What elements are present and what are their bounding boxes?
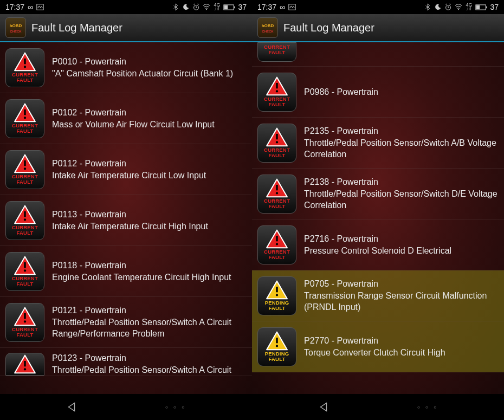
fault-item[interactable]: CURRENTFAULT P0118 - Powertrain Engine C… (0, 246, 252, 297)
recent-apps-button[interactable]: ○ ○ ○ (417, 405, 438, 410)
fault-description: Intake Air Temperature Circuit High Inpu… (52, 221, 247, 232)
fault-description: Pressure Control Solenoid D Electrical (304, 245, 499, 257)
fault-current-icon: CURRENTFAULT (5, 99, 44, 138)
fault-item[interactable]: CURRENTFAULT P0121 - Powertrain Throttle… (0, 297, 252, 348)
svg-point-33 (276, 243, 278, 245)
picture-icon (288, 3, 296, 11)
fault-item[interactable]: CURRENTFAULT P0010 - Powertrain "A" Cams… (0, 42, 252, 93)
alarm-icon (192, 3, 200, 11)
svg-rect-18 (24, 361, 25, 366)
svg-point-15 (24, 269, 26, 272)
svg-rect-26 (276, 83, 277, 88)
fault-icon-label: CURRENTFAULT (12, 276, 38, 287)
svg-rect-4 (224, 5, 228, 9)
bluetooth-icon (424, 3, 431, 11)
fault-list-right[interactable]: CURRENTFAULT CURRENTFAULT P0986 - Powert… (252, 42, 504, 394)
fault-text: P2716 - Powertrain Pressure Control Sole… (304, 233, 499, 256)
fault-icon-label: CURRENTFAULT (12, 174, 38, 185)
fault-description: "A" Camshaft Position Actuator Circuit (… (52, 68, 247, 80)
svg-rect-36 (276, 338, 277, 343)
fault-description: Engine Coolant Temperature Circuit High … (52, 272, 247, 283)
fault-icon-label: CURRENTFAULT (12, 72, 38, 83)
fault-current-icon: CURRENTFAULT (5, 150, 44, 189)
back-button[interactable] (318, 401, 329, 413)
fault-item[interactable]: CURRENTFAULT P2135 - Powertrain Throttle… (252, 118, 504, 169)
fault-list-left[interactable]: CURRENTFAULT P0010 - Powertrain "A" Cams… (0, 42, 252, 394)
svg-rect-8 (24, 109, 25, 115)
nav-bar: ○ ○ ○ (252, 394, 504, 420)
fault-item[interactable]: CURRENTFAULT P0112 - Powertrain Intake A… (0, 144, 252, 195)
fault-description: Throttle/Pedal Position Sensor/Switch D/… (304, 188, 499, 211)
fault-code: P2135 - Powertrain (304, 125, 499, 137)
status-bar: 17:37 ∞ 4G.ııl 37 (252, 0, 504, 14)
fault-icon-label: CURRENTFAULT (264, 44, 290, 56)
fault-current-icon (5, 353, 44, 376)
fault-item[interactable]: PENDINGFAULT P0705 - Powertrain Transmis… (252, 270, 504, 321)
fault-item[interactable]: CURRENTFAULT P0113 - Powertrain Intake A… (0, 195, 252, 246)
fault-item[interactable]: PENDINGFAULT P2770 - Powertrain Torque C… (252, 321, 504, 372)
app-logo-icon: hOBD CHECK (257, 17, 278, 38)
recent-apps-button[interactable]: ○ ○ ○ (165, 405, 186, 410)
battery-icon (475, 3, 487, 11)
bluetooth-icon (172, 3, 179, 11)
alarm-icon (444, 3, 452, 11)
svg-point-7 (24, 66, 26, 68)
fault-current-icon: CURRENTFAULT (257, 225, 296, 264)
fault-icon-label: CURRENTFAULT (12, 225, 38, 236)
fault-text: P2135 - Powertrain Throttle/Pedal Positi… (304, 125, 499, 160)
fault-item[interactable]: P0123 - Powertrain Throttle/Pedal Positi… (0, 348, 252, 376)
fault-current-icon: CURRENTFAULT (257, 124, 296, 163)
fault-code: P0121 - Powertrain (52, 305, 247, 316)
svg-point-9 (24, 117, 26, 119)
moon-icon (434, 3, 442, 11)
svg-point-22 (458, 9, 460, 10)
svg-rect-34 (276, 287, 277, 292)
fault-code: P0010 - Powertrain (52, 56, 247, 68)
moon-icon (182, 3, 190, 11)
svg-point-17 (24, 320, 26, 322)
fault-description: Intake Air Temperature Circuit Low Input (52, 170, 247, 182)
battery-icon (223, 3, 235, 11)
svg-point-35 (276, 294, 278, 296)
wifi-icon (455, 3, 462, 11)
svg-point-13 (24, 218, 26, 221)
status-bar: 17:37 ∞ 4G.ııl 37 (0, 0, 252, 14)
fault-text: P0113 - Powertrain Intake Air Temperatur… (52, 209, 247, 232)
signal-icon: 4G.ııl (213, 3, 221, 11)
fault-current-icon: CURRENTFAULT (5, 252, 44, 291)
svg-point-19 (24, 368, 26, 370)
fault-code: P0112 - Powertrain (52, 158, 247, 170)
left-phone: 17:37 ∞ 4G.ııl 37 (0, 0, 252, 420)
fault-description: Throttle/Pedal Position Sensor/Switch A/… (304, 137, 499, 160)
svg-rect-16 (24, 313, 25, 319)
signal-icon: 4G.ııl (465, 3, 473, 11)
battery-pct: 37 (490, 3, 499, 11)
fault-item[interactable]: CURRENTFAULT P2138 - Powertrain Throttle… (252, 169, 504, 219)
fault-current-icon: CURRENTFAULT (5, 48, 44, 87)
svg-rect-12 (24, 211, 25, 217)
fault-text: P0112 - Powertrain Intake Air Temperatur… (52, 158, 247, 181)
fault-text: P2138 - Powertrain Throttle/Pedal Positi… (304, 176, 499, 211)
fault-item[interactable]: CURRENTFAULT P0102 - Powertrain Mass or … (0, 93, 252, 144)
svg-rect-28 (276, 134, 277, 139)
nav-bar: ○ ○ ○ (0, 394, 252, 420)
fault-icon-label: CURRENTFAULT (264, 147, 290, 159)
fault-item[interactable]: CURRENTFAULT P0986 - Powertrain (252, 67, 504, 118)
status-infinity: ∞ (28, 3, 33, 11)
fault-description: Transmission Range Sensor Circuit Malfun… (304, 290, 499, 313)
fault-pending-icon: PENDINGFAULT (257, 327, 296, 366)
app-title: Fault Log Manager (283, 22, 374, 34)
fault-text: P2770 - Powertrain Torque Converter Clut… (304, 335, 499, 358)
fault-icon-label: CURRENTFAULT (264, 198, 290, 210)
fault-code: P0123 - Powertrain (52, 352, 247, 364)
app-header: hOBD CHECK Fault Log Manager (0, 14, 252, 42)
fault-current-icon: CURRENTFAULT (5, 201, 44, 240)
fault-item[interactable]: CURRENTFAULT (252, 42, 504, 67)
fault-text: P0010 - Powertrain "A" Camshaft Position… (52, 56, 247, 79)
status-time: 17:37 (257, 3, 276, 11)
back-button[interactable] (66, 401, 77, 413)
svg-point-2 (206, 9, 208, 10)
fault-text: P0102 - Powertrain Mass or Volume Air Fl… (52, 107, 247, 130)
status-time: 17:37 (5, 3, 24, 11)
fault-item[interactable]: CURRENTFAULT P2716 - Powertrain Pressure… (252, 219, 504, 270)
